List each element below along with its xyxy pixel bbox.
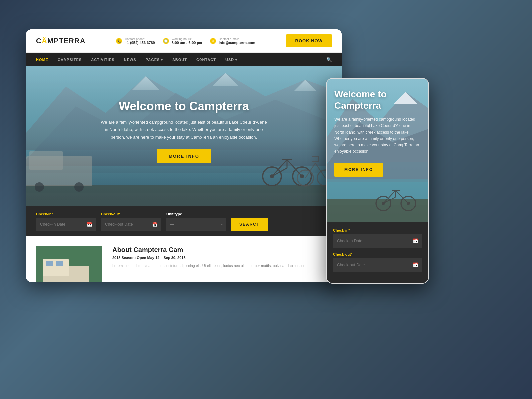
checkout-label: Check-out* [101,212,161,216]
about-image [36,246,102,282]
mobile-checkout-input[interactable] [333,258,422,272]
mobile-calendar-icon-2: 📅 [413,262,418,268]
mobile-checkin-input[interactable] [333,234,422,248]
hero-title: Welcome to Campterra [101,99,267,113]
nav-activities[interactable]: ACTIVITIES [91,58,115,62]
calendar-icon: 📅 [87,222,92,227]
logo: CÄMPTERRA [36,37,86,45]
unit-type-select-wrapper: — ▾ [166,218,226,231]
svg-rect-25 [312,156,319,162]
hero-section: Welcome to Campterra We are a family-ori… [26,66,342,206]
svg-point-10 [35,182,44,192]
svg-point-11 [74,182,84,192]
mobile-checkout-label: Check-out* [333,252,422,256]
contact-email-item: ✉ Contact e-mail: info@campterra.com [210,37,255,45]
hero-description: We are a family-oriented campground loca… [101,119,267,141]
mobile-more-info-button[interactable]: MORE INFO [334,163,383,177]
about-content: About Campterra Cam 2018 Season: Open Ma… [112,246,332,269]
nav-campsites[interactable]: CAMPSITES [58,58,82,62]
checkin-label: Check-in* [36,212,96,216]
mobile-checkout-field: Check-out* 📅 [333,252,422,272]
mobile-checkin-field: Check-in* 📅 [333,228,422,248]
checkout-input-wrapper: 📅 [101,218,161,231]
about-title: About Campterra Cam [112,246,332,254]
mobile-hero: Welcome to Campterra We are a family-ori… [327,79,428,222]
unit-type-field: Unit type — ▾ [166,212,226,231]
nav-search-icon[interactable]: 🔍 [326,57,332,62]
checkout-field: Check-out* 📅 [101,212,161,231]
mobile-checkout-input-wrapper: 📅 [333,258,422,272]
contact-phone-item: 📞 Contact phone: +1 (954) 456 6789 [116,37,155,45]
svg-rect-29 [46,261,53,266]
nav-about[interactable]: ABOUT [172,58,187,62]
mobile-calendar-icon: 📅 [413,238,418,244]
nav-contact[interactable]: CONTACT [196,58,216,62]
contact-email-label: Contact e-mail: [219,37,255,41]
search-button[interactable]: SEARCH [231,218,268,231]
unit-type-label: Unit type [166,212,226,216]
mobile-hero-content: Welcome to Campterra We are a family-ori… [327,79,428,183]
mobile-hero-description: We are a family-oriented campground loca… [334,116,420,155]
contact-phone-label: Contact phone: [125,37,155,41]
calendar-icon-2: 📅 [152,222,158,227]
mobile-search: Check-in* 📅 Check-out* 📅 [327,222,428,283]
svg-line-48 [383,197,396,203]
working-hours-item: 🕐 Working hours: 8:00 am - 6:00 pm [163,37,202,45]
site-header: CÄMPTERRA 📞 Contact phone: +1 (954) 456 … [26,29,342,53]
clock-icon: 🕐 [163,38,169,44]
svg-rect-9 [29,151,63,170]
svg-rect-30 [56,261,63,266]
checkin-field: Check-in* 📅 [36,212,96,231]
main-nav: HOME CAMPSITES ACTIVITIES NEWS PAGES ABO… [26,53,342,66]
more-info-button[interactable]: MORE INFO [157,149,211,163]
search-bar: Check-in* 📅 Check-out* 📅 Unit type — [26,206,342,236]
contact-email-value: info@campterra.com [219,41,255,45]
hero-content: Welcome to Campterra We are a family-ori… [87,99,280,163]
nav-pages[interactable]: PAGES [146,58,163,62]
nav-home[interactable]: HOME [36,58,48,62]
about-section: About Campterra Cam 2018 Season: Open Ma… [26,236,342,282]
desktop-mockup: CÄMPTERRA 📞 Contact phone: +1 (954) 456 … [26,29,342,282]
book-now-button[interactable]: BOOK NOW [286,34,332,47]
mobile-checkin-input-wrapper: 📅 [333,234,422,248]
trailer-svg [36,246,102,282]
working-hours-value: 8:00 am - 6:00 pm [172,41,202,45]
mobile-hero-title: Welcome to Campterra [334,89,420,111]
mobile-checkin-label: Check-in* [333,228,422,232]
svg-line-20 [272,168,287,176]
unit-type-select[interactable]: — [166,218,226,231]
nav-usd[interactable]: USD [225,58,237,62]
mail-icon: ✉ [210,38,216,44]
about-description: Lorem ipsum dolor sit amet, consectetur … [112,263,332,269]
svg-line-17 [287,160,302,176]
about-season: 2018 Season: Open May 14 – Sep 30, 2018 [112,256,332,260]
contact-phone-value: +1 (954) 456 6789 [125,41,155,45]
mobile-mockup: Welcome to Campterra We are a family-ori… [326,78,429,284]
working-hours-label: Working hours: [172,37,202,41]
header-info: 📞 Contact phone: +1 (954) 456 6789 🕐 Wor… [116,37,255,45]
checkin-input-wrapper: 📅 [36,218,96,231]
nav-news[interactable]: NEWS [124,58,136,62]
phone-icon: 📞 [116,38,122,44]
